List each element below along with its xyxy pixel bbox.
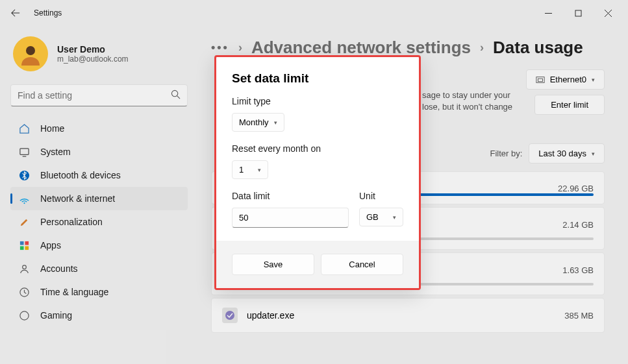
unit-selector[interactable]: GB ▾ xyxy=(359,208,403,226)
unit-label: Unit xyxy=(359,191,403,201)
cancel-button[interactable]: Cancel xyxy=(321,254,403,275)
reset-day-label: Reset every month on xyxy=(232,143,403,154)
limit-type-label: Limit type xyxy=(232,96,403,106)
save-button[interactable]: Save xyxy=(232,254,314,275)
set-data-limit-modal: Set data limit Limit type Monthly ▾ Rese… xyxy=(214,55,421,290)
limit-type-selector[interactable]: Monthly ▾ xyxy=(232,113,284,132)
reset-day-selector[interactable]: 1 ▾ xyxy=(232,160,268,179)
data-limit-label: Data limit xyxy=(232,191,349,201)
chevron-down-icon: ▾ xyxy=(258,167,261,173)
chevron-down-icon: ▾ xyxy=(274,119,277,126)
modal-title: Set data limit xyxy=(232,71,403,86)
data-limit-input[interactable] xyxy=(232,208,349,228)
chevron-down-icon: ▾ xyxy=(393,214,396,221)
